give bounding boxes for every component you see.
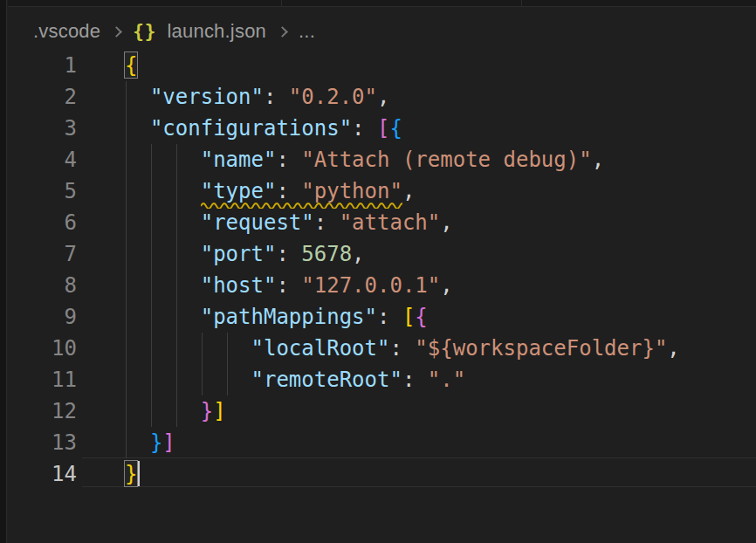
code-token: 5678 bbox=[301, 242, 352, 266]
code-token bbox=[125, 148, 201, 172]
code-token bbox=[125, 430, 150, 455]
code-line[interactable]: 8 "host": "127.0.0.1", bbox=[0, 270, 756, 301]
code-line[interactable]: 13 }] bbox=[0, 427, 756, 458]
code-line-text: }] bbox=[125, 427, 175, 458]
code-token bbox=[125, 179, 201, 203]
bracket-match-highlight bbox=[124, 460, 138, 487]
code-token: ] bbox=[213, 399, 225, 423]
code-token bbox=[125, 305, 201, 329]
code-line[interactable]: 7 "port": 5678, bbox=[0, 238, 756, 270]
code-token: } bbox=[150, 430, 162, 455]
code-line[interactable]: 4 "name": "Attach (remote debug)", bbox=[0, 144, 756, 175]
code-token bbox=[125, 273, 201, 298]
code-token: , bbox=[592, 148, 604, 172]
line-number[interactable]: 1 bbox=[0, 50, 77, 81]
code-line-text: }] bbox=[125, 395, 226, 427]
code-token: : bbox=[389, 336, 415, 361]
text-cursor bbox=[138, 461, 141, 486]
code-token: : bbox=[264, 85, 289, 109]
code-token: , bbox=[667, 336, 679, 361]
code-token bbox=[125, 210, 201, 235]
code-token: [ bbox=[377, 116, 389, 141]
code-token: , bbox=[440, 273, 452, 298]
code-token: { bbox=[389, 116, 402, 141]
code-token bbox=[125, 399, 201, 423]
code-token: [ bbox=[402, 305, 415, 329]
code-token: "Attach (remote debug)" bbox=[301, 148, 591, 172]
code-token: "python" bbox=[301, 179, 402, 203]
code-token: "request" bbox=[201, 210, 314, 235]
code-line[interactable]: 1{ bbox=[0, 50, 756, 81]
code-token: "configurations" bbox=[150, 116, 352, 141]
code-token: : bbox=[314, 210, 340, 235]
code-line[interactable]: 9 "pathMappings": [{ bbox=[0, 301, 756, 333]
line-number[interactable]: 14 bbox=[0, 458, 77, 490]
code-token: "127.0.0.1" bbox=[301, 273, 440, 298]
code-line-text: "host": "127.0.0.1", bbox=[125, 270, 453, 301]
warning-squiggle-icon bbox=[201, 201, 402, 209]
code-token: : bbox=[276, 242, 301, 266]
code-line-text: "pathMappings": [{ bbox=[125, 301, 428, 333]
code-token: "remoteRoot" bbox=[251, 368, 402, 392]
code-token: "0.2.0" bbox=[289, 85, 377, 109]
code-token: } bbox=[201, 399, 213, 423]
code-token: "${workspaceFolder}" bbox=[415, 336, 667, 361]
line-number[interactable]: 12 bbox=[0, 395, 77, 427]
code-line[interactable]: 11 "remoteRoot": "." bbox=[0, 364, 756, 395]
line-number[interactable]: 3 bbox=[0, 113, 77, 144]
line-number[interactable]: 2 bbox=[0, 81, 77, 113]
code-line-text: "version": "0.2.0", bbox=[125, 81, 389, 113]
code-token: : bbox=[276, 179, 301, 203]
line-number[interactable]: 9 bbox=[0, 301, 77, 333]
code-line-text: "localRoot": "${workspaceFolder}", bbox=[125, 333, 680, 364]
line-number[interactable]: 10 bbox=[0, 333, 77, 364]
bracket-match-highlight bbox=[124, 52, 138, 79]
code-token: : bbox=[352, 116, 377, 141]
code-token: : bbox=[276, 273, 301, 298]
code-token bbox=[125, 368, 251, 392]
code-token bbox=[125, 85, 150, 109]
code-token: "name" bbox=[201, 148, 277, 172]
line-number[interactable]: 6 bbox=[0, 207, 77, 238]
line-number[interactable]: 4 bbox=[0, 144, 77, 175]
line-number[interactable]: 8 bbox=[0, 270, 77, 301]
code-token: "." bbox=[428, 368, 465, 392]
code-token: : bbox=[276, 148, 301, 172]
code-token bbox=[125, 336, 251, 361]
code-line-text: "configurations": [{ bbox=[125, 113, 402, 144]
line-number[interactable]: 13 bbox=[0, 427, 77, 458]
code-token bbox=[125, 242, 201, 266]
code-line[interactable]: 6 "request": "attach", bbox=[0, 207, 756, 238]
code-token: "pathMappings" bbox=[201, 305, 377, 329]
vscode-editor-window: .vscode {} launch.json ... 1{2 "version"… bbox=[0, 0, 756, 543]
code-token: ] bbox=[162, 430, 175, 455]
code-token: "type" bbox=[201, 179, 277, 203]
code-token: : bbox=[377, 305, 402, 329]
code-token: , bbox=[352, 242, 364, 266]
code-line-text: "remoteRoot": "." bbox=[125, 364, 465, 395]
code-token: "attach" bbox=[340, 210, 441, 235]
code-line-text: "name": "Attach (remote debug)", bbox=[125, 144, 604, 175]
line-number[interactable]: 11 bbox=[0, 364, 77, 395]
code-token: , bbox=[402, 179, 415, 203]
code-token: "host" bbox=[201, 273, 277, 298]
code-token: "localRoot" bbox=[251, 336, 390, 361]
code-editor[interactable]: 1{2 "version": "0.2.0",3 "configurations… bbox=[0, 0, 756, 543]
code-line[interactable]: 2 "version": "0.2.0", bbox=[0, 81, 756, 113]
code-token bbox=[125, 116, 150, 141]
code-token: "version" bbox=[150, 85, 264, 109]
code-line-text: "request": "attach", bbox=[125, 207, 453, 238]
code-token: { bbox=[415, 305, 427, 329]
code-line-text: "port": 5678, bbox=[125, 238, 365, 270]
line-number[interactable]: 7 bbox=[0, 238, 77, 270]
code-line[interactable]: 12 }] bbox=[0, 395, 756, 427]
code-token: "port" bbox=[201, 242, 277, 266]
code-token: : bbox=[402, 368, 428, 392]
code-line[interactable]: 14} bbox=[0, 458, 756, 490]
code-line[interactable]: 3 "configurations": [{ bbox=[0, 113, 756, 144]
code-token: , bbox=[377, 85, 389, 109]
code-line[interactable]: 10 "localRoot": "${workspaceFolder}", bbox=[0, 333, 756, 364]
line-number[interactable]: 5 bbox=[0, 175, 77, 207]
code-token: , bbox=[440, 210, 452, 235]
